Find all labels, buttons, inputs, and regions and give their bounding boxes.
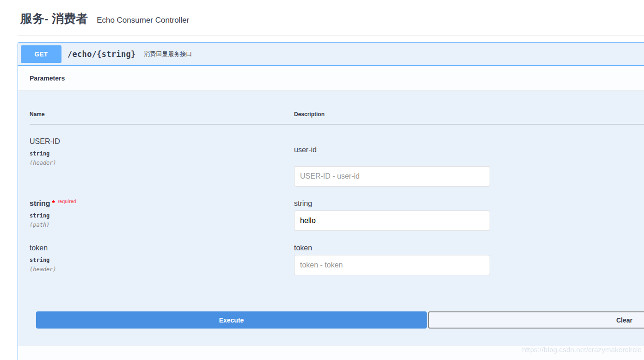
tag-title: 服务- 消费者: [20, 12, 88, 25]
parameter-description-cell: string: [294, 186, 644, 231]
parameters-title: Parameters: [30, 74, 644, 82]
parameter-description: user-id: [294, 137, 644, 154]
opblock-summary[interactable]: GET /echo/{string} 消费回显服务接口: [18, 43, 644, 66]
parameter-row: token string (header) token: [30, 231, 644, 275]
endpoint-summary: 消费回显服务接口: [144, 50, 192, 58]
tag-divider: [18, 36, 644, 36]
parameter-description: string: [294, 199, 644, 208]
parameter-name-cell: USER-ID string (header): [30, 124, 294, 187]
parameters-table: Name Description USER-ID string (header)…: [30, 91, 644, 275]
parameter-value-input[interactable]: [294, 166, 490, 186]
parameter-in: (path): [30, 222, 294, 228]
required-asterisk: *: [52, 199, 55, 207]
parameter-type: string: [30, 257, 294, 263]
opblock-get: GET /echo/{string} 消费回显服务接口 Parameters N…: [18, 42, 644, 360]
parameter-name-cell: token string (header): [30, 231, 294, 275]
parameter-type: string: [30, 150, 294, 157]
tag-header: 服务- 消费者 Echo Consumer Controller: [0, 0, 644, 28]
parameter-value-input[interactable]: [294, 211, 490, 231]
clear-button[interactable]: Clear: [428, 311, 644, 329]
execute-button[interactable]: Execute: [36, 311, 427, 329]
parameter-description-cell: user-id: [294, 124, 644, 187]
parameter-name: token: [30, 244, 48, 252]
parameter-row: string*required string (path) string: [30, 186, 644, 231]
tag-subtitle: Echo Consumer Controller: [97, 16, 189, 25]
watermark: https://blog.csdn.net/crazymakercircle: [522, 346, 642, 354]
parameter-description-cell: token: [294, 231, 644, 275]
parameter-row: USER-ID string (header) user-id: [30, 124, 644, 187]
parameters-section-header: Parameters: [18, 66, 644, 91]
parameters-table-header-row: Name Description: [30, 91, 644, 124]
required-label: required: [58, 199, 76, 204]
parameter-in: (header): [30, 266, 294, 273]
execute-wrapper: Execute Clear: [18, 275, 644, 346]
parameter-name: USER-ID: [30, 137, 60, 145]
swagger-page: 服务- 消费者 Echo Consumer Controller GET /ec…: [0, 0, 644, 360]
parameter-value-input[interactable]: [294, 255, 490, 275]
page-title: 服务- 消费者 Echo Consumer Controller: [20, 11, 644, 28]
parameters-table-container: Name Description USER-ID string (header)…: [18, 91, 644, 275]
parameter-in: (header): [30, 160, 294, 166]
parameter-name: string: [30, 199, 50, 207]
method-get-button[interactable]: GET: [21, 45, 61, 63]
parameter-name-cell: string*required string (path): [30, 186, 294, 231]
col-header-description: Description: [294, 91, 644, 124]
parameter-type: string: [30, 212, 294, 219]
endpoint-path: /echo/{string}: [67, 50, 136, 59]
parameter-description: token: [294, 244, 644, 252]
col-header-name: Name: [30, 91, 294, 124]
